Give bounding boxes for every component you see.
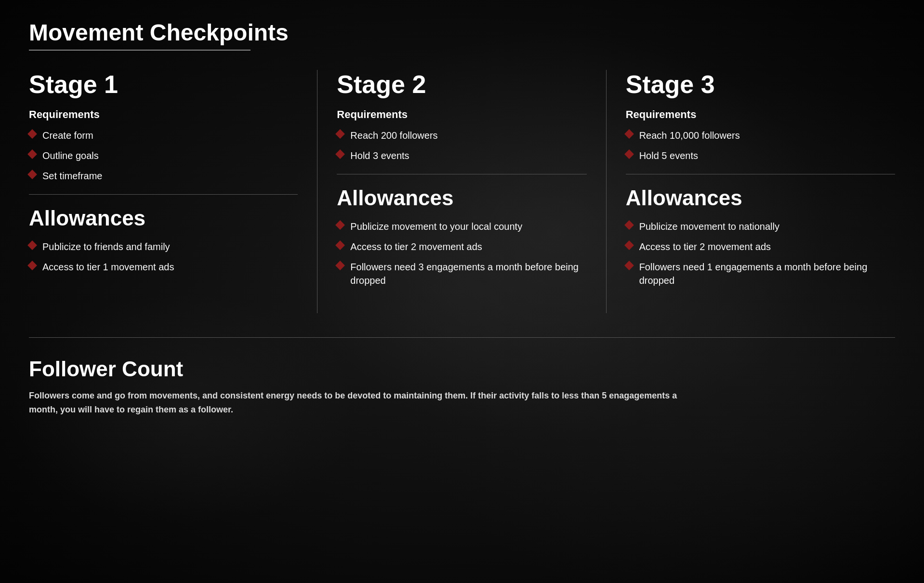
list-item: Reach 10,000 followers <box>626 129 895 142</box>
stage-3-allowances-list: Publicize movement to nationally Access … <box>626 220 895 287</box>
stage-1-allowances-list: Publicize to friends and family Access t… <box>29 240 298 274</box>
stage-3-req-1: Reach 10,000 followers <box>639 129 740 142</box>
page-title: Movement Checkpoints <box>29 19 895 46</box>
list-item: Create form <box>29 129 298 142</box>
stages-grid: Stage 1 Requirements Create form Outline… <box>29 70 895 313</box>
stage-3-heading: Stage 3 <box>626 70 895 99</box>
list-item: Access to tier 1 movement ads <box>29 260 298 274</box>
stage-3-allow-2: Access to tier 2 movement ads <box>639 240 771 253</box>
follower-count-title: Follower Count <box>29 357 895 381</box>
follower-count-section: Follower Count Followers come and go fro… <box>29 357 895 436</box>
diamond-icon <box>27 240 37 250</box>
stage-1-allow-1: Publicize to friends and family <box>42 240 170 253</box>
stage-1-requirements-list: Create form Outline goals Set timeframe <box>29 129 298 183</box>
stage-1-heading: Stage 1 <box>29 70 298 99</box>
stage-3-allowances-heading: Allowances <box>626 186 895 210</box>
stage-2-requirements-list: Reach 200 followers Hold 3 events <box>337 129 586 162</box>
list-item: Hold 5 events <box>626 149 895 162</box>
stage-1-divider <box>29 194 298 195</box>
diamond-icon <box>624 149 634 159</box>
list-item: Outline goals <box>29 149 298 162</box>
diamond-icon <box>27 261 37 270</box>
stage-2-divider <box>337 174 586 174</box>
diamond-icon <box>27 170 37 179</box>
stage-3-allow-1: Publicize movement to nationally <box>639 220 779 233</box>
follower-count-description: Followers come and go from movements, an… <box>29 389 703 417</box>
stage-2-allowances-list: Publicize movement to your local county … <box>337 220 586 287</box>
list-item: Set timeframe <box>29 169 298 183</box>
stage-2-allowances-heading: Allowances <box>337 186 586 210</box>
list-item: Publicize movement to nationally <box>626 220 895 233</box>
diamond-icon <box>27 129 37 139</box>
stage-2-allow-3: Followers need 3 engagements a month bef… <box>350 260 586 287</box>
stage-1-requirements-label: Requirements <box>29 108 298 121</box>
list-item: Access to tier 2 movement ads <box>626 240 895 253</box>
stage-2-requirements-label: Requirements <box>337 108 586 121</box>
stage-2-req-2: Hold 3 events <box>350 149 409 162</box>
stage-3-column: Stage 3 Requirements Reach 10,000 follow… <box>607 70 895 313</box>
stage-3-req-2: Hold 5 events <box>639 149 698 162</box>
list-item: Reach 200 followers <box>337 129 586 142</box>
list-item: Publicize movement to your local county <box>337 220 586 233</box>
diamond-icon <box>27 149 37 159</box>
stage-2-allow-2: Access to tier 2 movement ads <box>350 240 482 253</box>
stage-2-req-1: Reach 200 followers <box>350 129 437 142</box>
stage-3-allow-3: Followers need 1 engagements a month bef… <box>639 260 895 287</box>
diamond-icon <box>335 149 345 159</box>
list-item: Access to tier 2 movement ads <box>337 240 586 253</box>
diamond-icon <box>335 261 345 270</box>
diamond-icon <box>624 129 634 139</box>
stage-1-allow-2: Access to tier 1 movement ads <box>42 260 174 274</box>
title-divider <box>29 50 251 51</box>
list-item: Followers need 3 engagements a month bef… <box>337 260 586 287</box>
list-item: Publicize to friends and family <box>29 240 298 253</box>
list-item: Followers need 1 engagements a month bef… <box>626 260 895 287</box>
stage-1-req-2: Outline goals <box>42 149 99 162</box>
diamond-icon <box>335 220 345 230</box>
diamond-icon <box>335 129 345 139</box>
stage-3-requirements-list: Reach 10,000 followers Hold 5 events <box>626 129 895 162</box>
stage-1-req-1: Create form <box>42 129 93 142</box>
diamond-icon <box>624 261 634 270</box>
diamond-icon <box>335 240 345 250</box>
list-item: Hold 3 events <box>337 149 586 162</box>
stage-2-allow-1: Publicize movement to your local county <box>350 220 522 233</box>
stage-1-req-3: Set timeframe <box>42 169 102 183</box>
stage-1-allowances-heading: Allowances <box>29 206 298 230</box>
stage-3-requirements-label: Requirements <box>626 108 895 121</box>
stage-2-column: Stage 2 Requirements Reach 200 followers… <box>317 70 606 313</box>
stage-2-heading: Stage 2 <box>337 70 586 99</box>
stage-1-column: Stage 1 Requirements Create form Outline… <box>29 70 317 313</box>
bottom-divider <box>29 337 895 338</box>
diamond-icon <box>624 240 634 250</box>
stage-3-divider <box>626 174 895 174</box>
diamond-icon <box>624 220 634 230</box>
